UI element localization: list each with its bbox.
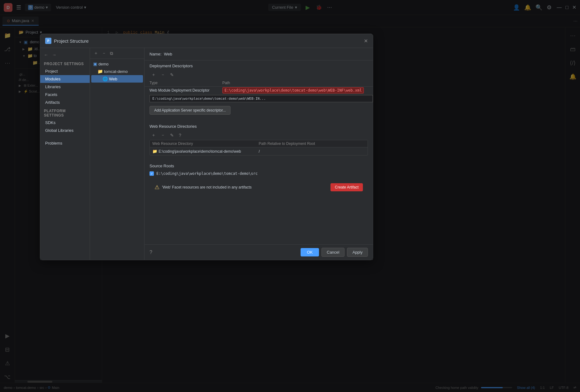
name-value: Web	[164, 52, 172, 56]
deployment-add-icon[interactable]: ＋	[150, 71, 158, 78]
ok-button[interactable]: OK	[301, 248, 319, 256]
wr-folder-icon: 📁	[152, 149, 157, 154]
cancel-button[interactable]: Cancel	[321, 248, 345, 257]
warning-row: ⚠ 'Web' Facet resources are not included…	[150, 181, 368, 194]
wr-dir-value: E:\coding\java\workplace\demo\tomcat-dem…	[159, 149, 241, 154]
deployment-type-cell: Web Module Deployment Descriptor	[150, 88, 222, 93]
apply-button[interactable]: Apply	[347, 248, 368, 257]
nav-back-fwd: ← →	[40, 50, 90, 59]
nav-item-sdks[interactable]: SDKs	[40, 119, 90, 127]
struct-item-label: Web	[109, 77, 117, 81]
nav-item-global-libraries[interactable]: Global Libraries	[40, 127, 90, 134]
deployment-table-row: Web Module Deployment Descriptor E:\codi…	[145, 87, 373, 94]
source-checkbox[interactable]	[150, 171, 154, 176]
deployment-table-header: Type Path	[145, 79, 373, 87]
web-resource-toolbar: ＋ － ✎ ?	[145, 131, 373, 140]
web-resource-section: Web Resource Directories ＋ － ✎ ? Web Res…	[145, 118, 373, 158]
dialog-tree: ＋ － ⧉ ▣ demo 📁 tomcat-demo 🌐 Web	[90, 48, 145, 260]
wr-help-icon[interactable]: ?	[177, 132, 183, 138]
tree-add-icon[interactable]: ＋	[93, 50, 99, 57]
footer-help-icon[interactable]: ?	[150, 250, 152, 255]
wr-col1-label: Web Resource Directory	[152, 141, 259, 146]
source-roots-section: Source Roots E:\coding\java\workplace\de…	[145, 158, 373, 179]
nav-forward-icon[interactable]: →	[51, 52, 58, 58]
deployment-edit-icon[interactable]: ✎	[168, 72, 176, 78]
nav-item-problems[interactable]: Problems	[40, 139, 90, 147]
nav-item-artifacts[interactable]: Artifacts	[40, 98, 90, 106]
struct-item-demo[interactable]: ▣ demo	[91, 60, 143, 68]
wr-dir-cell: 📁 E:\coding\java\workplace\demo\tomcat-d…	[152, 149, 259, 154]
tree-copy-icon[interactable]: ⧉	[109, 50, 114, 57]
project-structure-dialog: P Project Structure ✕ ← → Project Settin…	[40, 34, 373, 260]
struct-folder-icon: 📁	[97, 69, 103, 74]
nav-item-modules[interactable]: Modules	[40, 75, 90, 83]
dialog-close-icon[interactable]: ✕	[364, 38, 368, 44]
col-path-label: Path	[222, 81, 368, 85]
warning-text: 'Web' Facet resources are not included i…	[162, 185, 328, 189]
source-roots-header: Source Roots	[145, 160, 373, 170]
struct-item-label: demo	[98, 62, 109, 66]
web-resource-table: Web Resource Directory Path Relative to …	[150, 140, 368, 155]
nav-item-project[interactable]: Project	[40, 67, 90, 75]
struct-item-web[interactable]: 🌐 Web	[91, 75, 143, 83]
struct-item-label: tomcat-demo	[104, 69, 128, 74]
wr-edit-icon[interactable]: ✎	[168, 132, 176, 138]
wr-remove-icon[interactable]: －	[159, 132, 167, 139]
nav-item-facets[interactable]: Facets	[40, 91, 90, 98]
source-checkbox-row: E:\coding\java\workplace\demo\tomcat-dem…	[145, 170, 373, 177]
struct-tree: ▣ demo 📁 tomcat-demo 🌐 Web	[90, 59, 144, 260]
wr-col2-label: Path Relative to Deployment Root	[259, 141, 365, 146]
struct-web-icon: 🌐	[102, 76, 108, 81]
col-type-label: Type	[150, 81, 222, 85]
struct-module-icon: ▣	[93, 61, 97, 66]
web-resource-table-row: 📁 E:\coding\java\workplace\demo\tomcat-d…	[150, 147, 368, 155]
deployment-remove-icon[interactable]: －	[159, 71, 167, 78]
dialog-overlay: P Project Structure ✕ ← → Project Settin…	[0, 0, 580, 392]
create-artifact-button[interactable]: Create Artifact	[330, 183, 363, 191]
deployment-descriptors-section: Deployment Descriptors	[145, 60, 373, 70]
web-resource-section-header: Web Resource Directories	[145, 121, 373, 131]
nav-item-libraries[interactable]: Libraries	[40, 83, 90, 91]
dialog-footer: ? OK Cancel Apply	[145, 244, 373, 260]
name-label: Name:	[150, 52, 161, 56]
project-settings-header: Project Settings	[40, 59, 90, 67]
dialog-title: Project Structure	[54, 38, 89, 44]
name-row: Name: Web	[145, 48, 373, 60]
deployment-path-highlighted: E:\coding\java\workplace\demo\tomcat-dem…	[222, 87, 364, 93]
web-resource-table-header: Web Resource Directory Path Relative to …	[150, 140, 368, 147]
svg-text:P: P	[47, 39, 50, 43]
deployment-toolbar: ＋ － ✎	[145, 70, 373, 79]
deployment-path-cell: E:\coding\java\workplace\demo\tomcat-dem…	[222, 88, 368, 93]
struct-item-tomcat-demo[interactable]: 📁 tomcat-demo	[91, 68, 143, 75]
dialog-titlebar: P Project Structure ✕	[40, 34, 373, 48]
nav-back-icon[interactable]: ←	[43, 52, 50, 58]
source-path-value: E:\coding\java\workplace\demo\tomcat-dem…	[156, 171, 258, 176]
wr-path-cell: /	[259, 149, 365, 154]
dialog-leftnav: ← → Project Settings Project Modules Lib…	[40, 48, 90, 260]
tree-toolbar: ＋ － ⧉	[90, 48, 144, 59]
wr-add-icon[interactable]: ＋	[150, 132, 158, 139]
dialog-logo-icon: P	[45, 38, 51, 44]
dialog-body: ← → Project Settings Project Modules Lib…	[40, 48, 373, 260]
dialog-content: Name: Web Deployment Descriptors ＋ － ✎ T…	[145, 48, 373, 260]
platform-settings-header: Platform Settings	[40, 106, 90, 119]
add-server-descriptor-button[interactable]: Add Application Server specific descript…	[150, 106, 231, 115]
warning-icon: ⚠	[155, 184, 159, 191]
tree-remove-icon[interactable]: －	[101, 50, 107, 57]
tooltip-box: E:\coding\java\workplace\demo\tomcat-dem…	[150, 95, 373, 102]
